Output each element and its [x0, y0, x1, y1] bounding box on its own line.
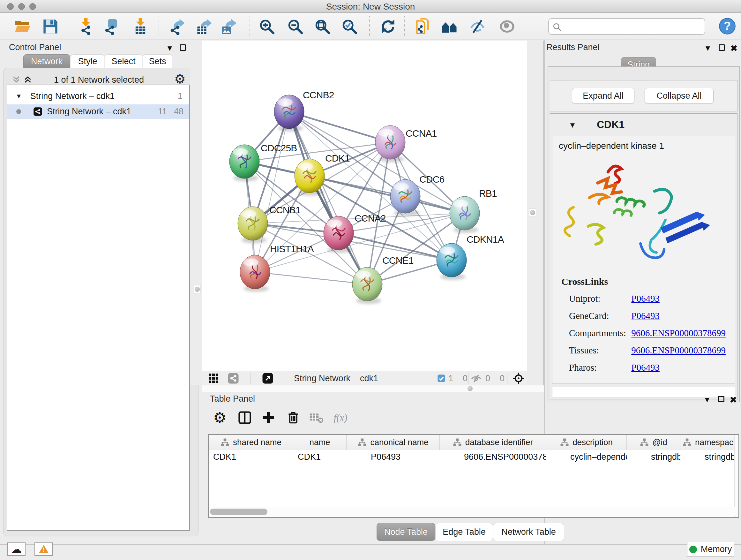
horizontal-splitter[interactable] [202, 385, 544, 392]
tab-style[interactable]: Style [71, 54, 105, 68]
preview-eye-icon[interactable] [499, 18, 515, 35]
table-options-gear-icon[interactable]: ⚙ [213, 411, 226, 425]
network-edge[interactable] [289, 112, 390, 142]
right-splitter[interactable] [527, 41, 544, 385]
memory-button[interactable]: Memory [687, 542, 734, 557]
import-table-icon[interactable] [132, 18, 149, 35]
gene-description: cyclin–dependent kinase 1 [559, 141, 664, 151]
string-home-icon[interactable] [441, 18, 458, 35]
network-canvas[interactable]: CCNB2 CCNA1 CDC25B CDK1 CDC6 RB1 CCNB1 [202, 41, 527, 371]
table-panel-close-icon[interactable]: ✖ [730, 395, 737, 405]
expand-all-button[interactable]: Expand All [572, 88, 634, 104]
gene-collapse-caret-icon[interactable]: ▼ [569, 121, 576, 130]
table-vertical-scrollbar[interactable] [734, 435, 738, 517]
column-header-name[interactable]: name [293, 435, 347, 450]
import-database-icon[interactable] [103, 18, 119, 35]
table-horizontal-scrollbar-thumb[interactable] [210, 509, 267, 515]
create-column-plus-icon[interactable] [261, 411, 275, 425]
table-cell[interactable]: CDK1 [209, 450, 293, 463]
right-splitter-grip[interactable] [529, 208, 536, 217]
left-splitter-grip[interactable] [194, 285, 201, 294]
show-columns-icon[interactable] [238, 411, 252, 425]
column-header-label: namespac [695, 437, 733, 447]
crosslink-link[interactable]: P06493 [631, 311, 660, 321]
horizontal-splitter-grip[interactable] [468, 386, 473, 391]
search-input[interactable] [565, 20, 702, 33]
network-node-rb1[interactable]: RB1 [450, 188, 497, 233]
network-node-cdkn1a[interactable]: CDKN1A [436, 234, 504, 280]
selected-checkbox-icon[interactable] [437, 374, 446, 383]
tab-sets[interactable]: Sets [143, 54, 172, 68]
left-splitter[interactable] [190, 41, 202, 385]
table-panel-header: Table Panel ▼ ✖ [204, 392, 741, 408]
table-cell[interactable]: 9606.ENSP00000378699 [440, 450, 546, 463]
string-import-icon[interactable] [415, 18, 431, 35]
table-row[interactable]: CDK1CDK1P064939606.ENSP00000378699cyclin… [209, 450, 736, 463]
import-network-icon[interactable] [77, 18, 94, 35]
export-table-icon[interactable] [196, 18, 212, 35]
refresh-network-icon[interactable] [380, 18, 396, 35]
zoom-in-icon[interactable] [259, 18, 275, 35]
hide-glasses-icon[interactable] [469, 18, 486, 35]
open-session-icon[interactable] [14, 18, 31, 35]
crosslink-link[interactable]: P06493 [631, 362, 660, 373]
zoom-selected-icon[interactable] [341, 18, 358, 35]
network-edge[interactable] [255, 272, 367, 284]
table-cell[interactable]: P06493 [347, 450, 440, 463]
network-tree-row[interactable]: ▼ String Network – cdk1 1 [7, 89, 189, 104]
delete-column-trash-icon[interactable] [286, 411, 300, 425]
tab-select[interactable]: Select [105, 54, 142, 68]
network-node-cdc6[interactable]: CDC6 [390, 174, 445, 216]
table-cell[interactable]: stringdb [680, 450, 736, 463]
crosslink-link[interactable]: P06493 [631, 294, 660, 304]
fit-selected-crosshair-icon[interactable] [512, 372, 525, 385]
results-panel-float-icon[interactable]: ▼ [704, 44, 712, 53]
network-tree-row[interactable]: String Network – cdk1 11 48 [7, 105, 189, 119]
table-horizontal-scrollbar[interactable] [209, 507, 736, 516]
results-panel-maximize-icon[interactable] [719, 44, 725, 51]
hidden-eye-slash-icon[interactable] [471, 373, 482, 384]
tree-expand-caret-icon[interactable]: ▼ [16, 92, 22, 100]
grid-view-icon[interactable] [208, 373, 219, 384]
save-session-icon[interactable] [42, 18, 59, 35]
column-tree-icon [682, 438, 692, 447]
cloud-status-button[interactable]: ☁ [7, 543, 25, 556]
tab-node-table[interactable]: Node Table [377, 523, 435, 541]
open-in-window-icon[interactable] [262, 373, 273, 384]
network-node-hist1h1a[interactable]: HIST1H1A [240, 244, 314, 292]
table-cell[interactable]: stringdb:9... [627, 450, 680, 463]
column-header-shared-name[interactable]: shared name [209, 435, 293, 450]
results-panel-close-icon[interactable]: ✖ [730, 43, 738, 54]
network-list-options-gear-icon[interactable]: ⚙ [174, 71, 186, 86]
column-header-namespac[interactable]: namespac [680, 435, 736, 450]
help-button[interactable]: ? [719, 17, 736, 35]
table-cell[interactable]: cyclin–dependent ... [546, 450, 627, 463]
export-network-icon[interactable] [169, 18, 185, 35]
table-cell[interactable]: CDK1 [293, 450, 347, 463]
node-table: shared namenamecanonical namedatabase id… [208, 434, 739, 518]
search-box[interactable] [548, 18, 705, 35]
tab-edge-table[interactable]: Edge Table [435, 523, 493, 541]
column-tree-icon [357, 438, 367, 447]
column-header-description[interactable]: description [546, 435, 627, 450]
network-node-ccna2[interactable]: CCNA2 [324, 213, 386, 253]
export-image-icon[interactable] [220, 18, 237, 35]
node-label: CDC6 [419, 174, 445, 185]
network-edge[interactable] [289, 112, 367, 284]
column-header--id[interactable]: @id [627, 435, 680, 450]
zoom-fit-icon[interactable] [314, 18, 331, 35]
zoom-out-icon[interactable] [287, 18, 304, 35]
crosslink-link[interactable]: 9606.ENSP00000378699 [631, 345, 726, 355]
collapse-all-button[interactable]: Collapse All [645, 88, 714, 104]
warnings-button[interactable] [35, 543, 53, 556]
control-panel-maximize-icon[interactable] [180, 44, 186, 51]
table-panel-float-icon[interactable]: ▼ [703, 395, 711, 404]
network-view-mode-icon[interactable] [227, 373, 239, 384]
column-header-database-identifier[interactable]: database identifier [440, 435, 546, 450]
crosslink-link[interactable]: 9606.ENSP00000378699 [631, 328, 726, 338]
control-panel-float-icon[interactable]: ▼ [166, 44, 174, 53]
column-header-canonical-name[interactable]: canonical name [347, 435, 440, 450]
tab-network[interactable]: Network [23, 54, 70, 68]
table-panel-maximize-icon[interactable] [718, 396, 724, 402]
tab-network-table[interactable]: Network Table [493, 523, 564, 541]
